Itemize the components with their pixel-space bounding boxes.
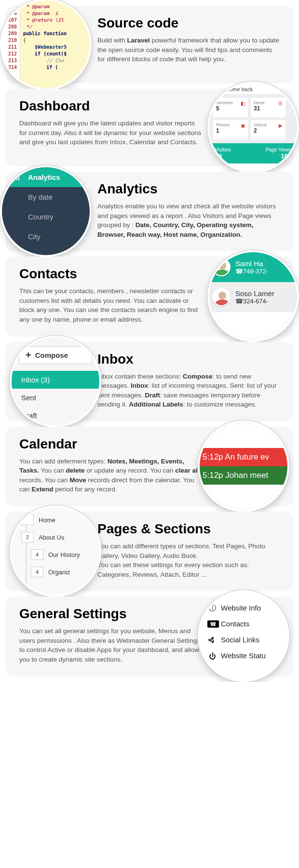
preview-calendar: 5:12p An future ev 5:12p Johan meet — [198, 420, 289, 512]
inbox-folder[interactable]: Sent — [12, 389, 99, 407]
contact-row[interactable]: Soso Lamer324-674- — [209, 282, 297, 312]
dashboard-desc: Dashboard will give you the latest updat… — [19, 119, 202, 147]
calendar-desc: You can add deferment types: Notes, Meet… — [19, 457, 202, 494]
tile-icon: ☰ — [278, 101, 283, 106]
page-tree-item[interactable]: 2About Us — [12, 529, 99, 546]
analytics-menu-item[interactable]: City — [2, 227, 90, 246]
preview-source-code: 205206207208209210211212213214 * @param … — [0, 0, 92, 90]
welcome-text: Welcome back — [209, 83, 297, 94]
analytics-menu-item[interactable]: By date — [2, 187, 90, 207]
preview-pages: Home 2About Us 4Our History 4Organiz — [10, 505, 101, 597]
visitors-stat: Visitors96 — [215, 147, 253, 160]
card-source-code: 205206207208209210211212213214 * @param … — [6, 6, 293, 83]
analytics-title: Analytics — [97, 181, 280, 197]
settings-item-info[interactable]: Website Info — [207, 600, 285, 616]
code-gutter: 205206207208209210211212213214 — [2, 0, 20, 88]
general-title: General Settings — [19, 606, 202, 622]
inbox-folder[interactable]: Draft — [12, 407, 99, 424]
page-tree-item[interactable]: 4Our History — [12, 546, 99, 563]
tile-icon: ▶ — [279, 123, 283, 128]
tile-icon: ◧ — [241, 101, 245, 106]
calendar-event[interactable]: 5:12p Johan meet — [200, 466, 287, 485]
pageviews-stat: Page Views182 — [253, 147, 291, 160]
contacts-desc: This can be your contacts, members , new… — [19, 286, 202, 324]
source-code-desc: Build with Laravel powerful framework th… — [97, 36, 280, 64]
card-inbox: Compose Inbox (3) Sent Draft Inbox inbox… — [6, 342, 293, 421]
card-dashboard: Dashboard Dashboard will give you the la… — [6, 89, 293, 166]
card-analytics: Analytics By date Country City Analytics… — [6, 172, 293, 251]
code-body: * @param * @param i * @return \Il */ pub… — [20, 0, 90, 88]
svg-point-2 — [212, 641, 214, 643]
stat-tile[interactable]: ▣Photos1 — [213, 120, 248, 139]
inbox-desc: inbox contain these sections: Compose: t… — [97, 372, 280, 409]
card-calendar: Calendar You can add deferment types: No… — [6, 427, 293, 506]
stat-tile[interactable]: ▶Videos2 — [251, 120, 285, 139]
pages-desc: You can add different types of sections:… — [97, 542, 280, 579]
card-pages: Home 2About Us 4Our History 4Organiz Pag… — [6, 512, 293, 591]
preview-contacts: Sami Ha749-372- Soso Lamer324-674- — [207, 250, 299, 342]
card-contacts: Contacts This can be your contacts, memb… — [6, 257, 293, 336]
svg-point-1 — [208, 639, 210, 641]
page-tree-item[interactable]: 4Organiz — [12, 563, 99, 581]
active-indicator — [204, 601, 205, 611]
settings-item-contacts[interactable]: Contacts — [207, 616, 285, 632]
preview-inbox: Compose Inbox (3) Sent Draft — [10, 336, 101, 427]
dashboard-title: Dashboard — [19, 98, 202, 114]
analytics-desc: Analytics enable you to view and check a… — [97, 202, 280, 239]
pages-title: Pages & Sections — [97, 521, 280, 537]
contact-row[interactable]: Sami Ha749-372- — [209, 252, 297, 282]
svg-point-0 — [212, 637, 214, 639]
compose-button[interactable]: Compose — [19, 346, 92, 364]
source-code-title: Source code — [97, 15, 280, 31]
preview-analytics: Analytics By date Country City — [0, 165, 92, 257]
preview-general-settings: Website Info Contacts Social Links Websi… — [198, 590, 289, 681]
card-general-settings: General Settings You can set all general… — [6, 597, 293, 676]
calendar-event[interactable]: 5:12p An future ev — [200, 448, 287, 466]
share-icon — [207, 636, 215, 643]
analytics-menu-item[interactable]: Country — [2, 207, 90, 227]
stat-tile[interactable]: ◧Services5 — [213, 98, 248, 117]
contacts-title: Contacts — [19, 266, 202, 282]
avatar-icon — [212, 258, 231, 276]
settings-item-status[interactable]: Website Statu — [207, 648, 285, 664]
analytics-menu-item[interactable]: Analytics — [2, 167, 90, 187]
inbox-title: Inbox — [97, 352, 280, 367]
general-desc: You can set all general settings for you… — [19, 626, 202, 664]
preview-dashboard: Welcome back ◧Services5 ☰News31 ▣Photos1… — [207, 81, 299, 173]
calendar-title: Calendar — [19, 436, 202, 452]
tile-icon: ▣ — [241, 123, 245, 128]
stat-tile[interactable]: ☰News31 — [251, 98, 285, 117]
inbox-folder[interactable]: Inbox (3) — [12, 371, 99, 389]
avatar-icon — [212, 288, 231, 306]
settings-item-social[interactable]: Social Links — [207, 632, 285, 648]
page-tree-item[interactable]: Home — [12, 511, 99, 529]
